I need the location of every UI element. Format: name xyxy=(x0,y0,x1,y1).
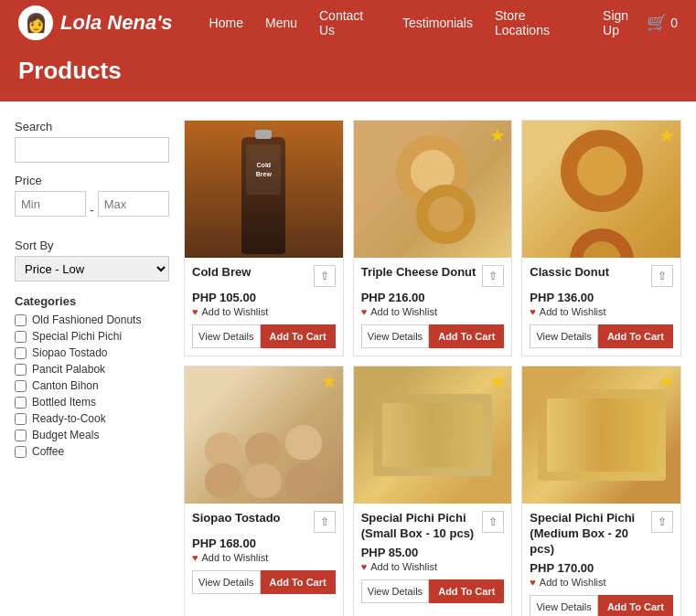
wishlist-label[interactable]: Add to Wishlist xyxy=(370,561,437,572)
cat-bi-checkbox[interactable] xyxy=(15,397,27,409)
sort-select[interactable]: Price - Low Price - High Newest xyxy=(15,256,169,281)
share-button[interactable]: ⇧ xyxy=(314,265,336,287)
product-image-siopao: ★ xyxy=(185,366,343,504)
product-card: ★ Classic Donut ⇧ PHP 136.00 ♥ Add to Wi… xyxy=(521,120,681,356)
add-to-cart-button[interactable]: Add To Cart xyxy=(429,324,504,348)
cat-pp-label: Pancit Palabok xyxy=(32,363,105,376)
product-actions: View Details Add To Cart xyxy=(530,324,673,348)
product-price: PHP 170.00 xyxy=(530,561,673,575)
cat-spp-label: Special Pichi Pichi xyxy=(32,330,122,343)
heart-icon: ♥ xyxy=(192,306,198,317)
product-info: Siopao Tostado ⇧ PHP 168.00 ♥ Add to Wis… xyxy=(185,504,343,616)
nav-contact[interactable]: Contact Us xyxy=(319,8,380,37)
wishlist-row: ♥ Add to Wishlist xyxy=(192,552,336,563)
add-to-cart-button[interactable]: Add To Cart xyxy=(598,595,673,616)
view-details-button[interactable]: View Details xyxy=(530,595,598,616)
cat-spp-checkbox[interactable] xyxy=(15,331,27,343)
add-to-cart-button[interactable]: Add To Cart xyxy=(598,324,673,348)
product-image-triple-donut: ★ xyxy=(354,121,512,258)
price-min-input[interactable] xyxy=(15,191,86,217)
view-details-button[interactable]: View Details xyxy=(361,579,430,603)
category-item: Pancit Palabok xyxy=(15,363,169,376)
product-actions: View Details Add To Cart xyxy=(361,324,505,348)
nav-home[interactable]: Home xyxy=(209,16,243,30)
product-card: ColdBrew Cold Brew ⇧ PHP 105.00 ♥ Add to… xyxy=(184,120,344,356)
main-layout: Search Price - Sort By Price - Low Price… xyxy=(0,101,696,616)
product-image-cold-brew: ColdBrew xyxy=(185,121,343,258)
cat-rtc-checkbox[interactable] xyxy=(15,413,27,425)
add-to-cart-button[interactable]: Add To Cart xyxy=(261,570,336,594)
star-badge: ★ xyxy=(489,372,506,390)
share-button[interactable]: ⇧ xyxy=(482,511,504,533)
product-actions: View Details Add To Cart xyxy=(361,579,505,603)
cat-ofd-label: Old Fashioned Donuts xyxy=(32,313,141,326)
product-info: Triple Cheese Donut ⇧ PHP 216.00 ♥ Add t… xyxy=(354,258,512,356)
page-title: Products xyxy=(18,57,678,85)
view-details-button[interactable]: View Details xyxy=(361,324,430,348)
share-button[interactable]: ⇧ xyxy=(314,511,336,533)
cat-cb-label: Canton Bihon xyxy=(32,379,99,392)
view-details-button[interactable]: View Details xyxy=(530,324,598,348)
product-price: PHP 85.00 xyxy=(361,546,505,559)
wishlist-label[interactable]: Add to Wishlist xyxy=(202,306,269,317)
logo: 👩 xyxy=(18,5,53,40)
product-card: ★ Triple Cheese Donut ⇧ PHP 216.00 ♥ Add… xyxy=(353,120,513,356)
view-details-button[interactable]: View Details xyxy=(192,324,261,348)
product-name-row: Siopao Tostado ⇧ xyxy=(192,511,336,533)
cat-st-checkbox[interactable] xyxy=(15,347,27,359)
page-title-bar: Products xyxy=(0,46,696,101)
wishlist-label[interactable]: Add to Wishlist xyxy=(370,306,437,317)
cat-cb-checkbox[interactable] xyxy=(15,380,27,392)
cart-area[interactable]: 🛒 0 xyxy=(647,13,678,33)
product-actions: View Details Add To Cart xyxy=(192,324,336,348)
product-price: PHP 168.00 xyxy=(192,536,336,550)
product-info: Special Pichi Pichi (Small Box - 10 pcs)… xyxy=(354,504,512,616)
category-item: Coffee xyxy=(15,445,169,458)
product-image-classic-donut: ★ xyxy=(522,121,680,258)
wishlist-label[interactable]: Add to Wishlist xyxy=(202,552,269,563)
search-input[interactable] xyxy=(15,137,169,163)
product-image-pichi-medium: ★ xyxy=(522,366,680,504)
category-item: Ready-to-Cook xyxy=(15,412,169,425)
wishlist-label[interactable]: Add to Wishlist xyxy=(540,577,606,588)
product-name: Classic Donut xyxy=(530,265,651,281)
category-item: Canton Bihon xyxy=(15,379,169,392)
share-button[interactable]: ⇧ xyxy=(651,265,673,287)
product-info: Classic Donut ⇧ PHP 136.00 ♥ Add to Wish… xyxy=(522,258,680,356)
add-to-cart-button[interactable]: Add To Cart xyxy=(429,579,504,603)
share-button[interactable]: ⇧ xyxy=(651,511,673,533)
brand-name: Lola Nena's xyxy=(60,11,173,35)
cat-bm-label: Budget Meals xyxy=(32,429,99,441)
price-range-row: - xyxy=(15,191,169,228)
nav-testimonials[interactable]: Testimonials xyxy=(402,16,473,30)
product-name: Special Pichi Pichi (Small Box - 10 pcs) xyxy=(361,511,483,542)
price-max-input[interactable] xyxy=(98,191,169,217)
cat-rtc-label: Ready-to-Cook xyxy=(32,412,106,425)
cat-ofd-checkbox[interactable] xyxy=(15,314,27,326)
star-badge: ★ xyxy=(659,126,675,144)
cat-pp-checkbox[interactable] xyxy=(15,364,27,376)
star-badge: ★ xyxy=(489,126,506,144)
add-to-cart-button[interactable]: Add To Cart xyxy=(261,324,336,348)
header: 👩 Lola Nena's Home Menu Contact Us Testi… xyxy=(0,0,696,46)
product-card: ★ Special Pichi Pichi (Medium Box - 20 p… xyxy=(521,366,681,616)
product-name-row: Special Pichi Pichi (Small Box - 10 pcs)… xyxy=(361,511,505,542)
cat-bm-checkbox[interactable] xyxy=(15,430,27,441)
product-price: PHP 136.00 xyxy=(530,291,673,304)
share-button[interactable]: ⇧ xyxy=(482,265,504,287)
price-label: Price xyxy=(15,174,169,187)
search-label: Search xyxy=(15,120,169,133)
product-card: ★ Special Pichi Pichi (Small Box - 10 pc… xyxy=(353,366,513,616)
view-details-button[interactable]: View Details xyxy=(192,570,261,594)
products-grid: ColdBrew Cold Brew ⇧ PHP 105.00 ♥ Add to… xyxy=(184,120,681,616)
cat-coffee-checkbox[interactable] xyxy=(15,446,27,458)
wishlist-row: ♥ Add to Wishlist xyxy=(192,306,336,317)
sort-label: Sort By xyxy=(15,239,169,252)
nav-signup[interactable]: Sign Up xyxy=(603,8,647,37)
product-name-row: Classic Donut ⇧ xyxy=(530,265,673,287)
star-badge: ★ xyxy=(659,372,675,390)
star-badge: ★ xyxy=(321,372,337,390)
wishlist-label[interactable]: Add to Wishlist xyxy=(540,306,606,317)
nav-store[interactable]: Store Locations xyxy=(495,8,581,37)
nav-menu[interactable]: Menu xyxy=(265,16,297,30)
